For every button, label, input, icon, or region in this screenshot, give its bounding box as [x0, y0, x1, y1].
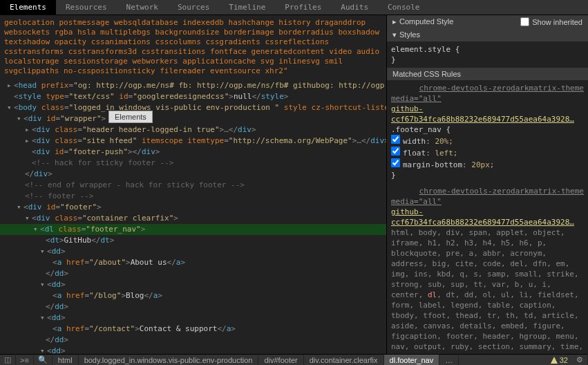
tab-console[interactable]: Console	[378, 0, 429, 15]
styles-header[interactable]: ▾Styles	[387, 28, 588, 41]
show-inherited-checkbox[interactable]	[520, 17, 529, 26]
rule-checkbox[interactable]	[391, 135, 400, 144]
styles-panel: ▸Computed Style Show inherited ▾Styles e…	[387, 15, 588, 354]
tab-sources[interactable]: Sources	[168, 0, 219, 15]
tab-resources[interactable]: Resources	[56, 0, 117, 15]
computed-style-header[interactable]: ▸Computed Style Show inherited	[387, 15, 588, 28]
warning-icon	[551, 357, 558, 364]
crumb-dl[interactable]: dl.footer_nav	[384, 355, 440, 366]
crumb-html[interactable]: html	[53, 355, 79, 366]
stylesheet-link[interactable]: chrome-devtools-zerodarkmatrix-theme	[419, 83, 584, 93]
stylesheet-source[interactable]: github-ccf67b34fca68b88232e689477d55aea6…	[391, 104, 574, 124]
crumb-container[interactable]: div.container.clearfix	[304, 355, 384, 366]
crumb-footer[interactable]: div#footer	[258, 355, 303, 366]
selected-element[interactable]: ▾<dl class="footer_nav">	[0, 224, 386, 235]
error-count[interactable]: 32	[547, 355, 572, 366]
element-style[interactable]: element.style {	[391, 44, 584, 55]
rule-checkbox[interactable]	[391, 158, 400, 167]
tab-audits[interactable]: Audits	[331, 0, 378, 15]
tab-timeline[interactable]: Timeline	[219, 0, 275, 15]
stylesheet-source[interactable]: github-ccf67b34fca68b88232e689477d55aea6…	[391, 207, 574, 227]
breadcrumb-bar: ◫ >≡ 🔍 html body.logged_in.windows.vis-p…	[0, 354, 588, 365]
crumb-more[interactable]: …	[439, 355, 459, 366]
html-classes-text: geolocation postmessage websqldatabase i…	[0, 15, 386, 79]
console-icon[interactable]: >≡	[16, 355, 34, 366]
stylesheet-link[interactable]: chrome-devtools-zerodarkmatrix-theme	[419, 186, 584, 196]
tab-profiles[interactable]: Profiles	[275, 0, 331, 15]
elements-panel: geolocation postmessage websqldatabase i…	[0, 15, 387, 354]
tab-network[interactable]: Network	[117, 0, 168, 15]
main-area: geolocation postmessage websqldatabase i…	[0, 15, 588, 354]
devtools-tabs: Elements Resources Network Sources Timel…	[0, 0, 588, 15]
dom-tree[interactable]: ▸<head prefix="og: http://ogp.me/ns# fb:…	[0, 79, 386, 354]
tooltip: Elements	[108, 111, 153, 123]
inspect-icon[interactable]: 🔍	[34, 354, 53, 365]
dock-icon[interactable]: ◫	[0, 354, 16, 365]
rule-checkbox[interactable]	[391, 147, 400, 156]
crumb-body[interactable]: body.logged_in.windows.vis-public.env-pr…	[79, 355, 259, 366]
tab-elements[interactable]: Elements	[0, 0, 56, 15]
matched-rules-header: Matched CSS Rules	[387, 68, 588, 80]
settings-icon[interactable]: ⚙	[572, 354, 588, 365]
